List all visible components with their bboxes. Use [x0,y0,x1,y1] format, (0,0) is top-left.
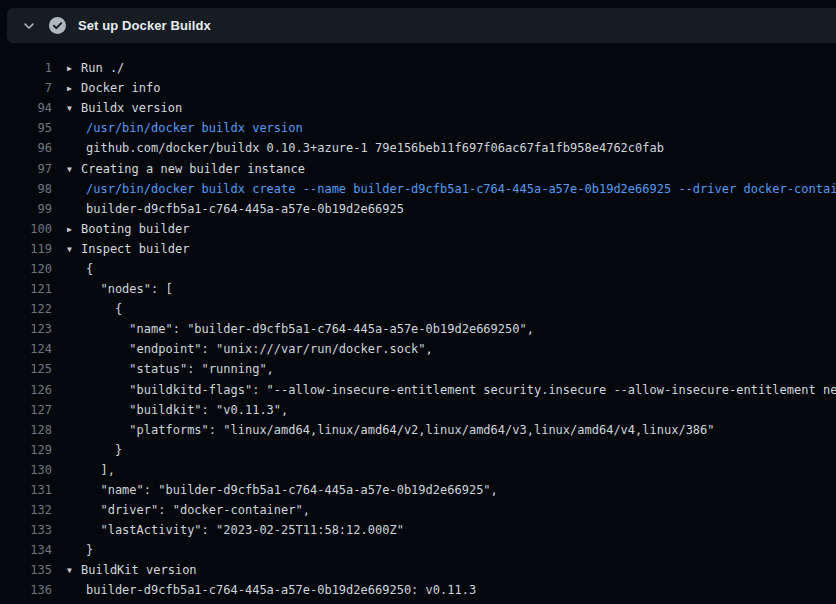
log-line: 123 "name": "builder-d9cfb5a1-c764-445a-… [0,319,836,339]
line-number[interactable]: 134 [0,543,52,557]
line-number[interactable]: 98 [0,182,52,196]
line-number[interactable]: 99 [0,202,52,216]
log-line: 129 } [0,440,836,460]
chevron-down-icon[interactable] [22,19,36,33]
line-number[interactable]: 127 [0,403,52,417]
log-output-text: github.com/docker/buildx 0.10.3+azure-1 … [67,141,664,155]
line-number[interactable]: 97 [0,162,52,176]
line-number[interactable]: 130 [0,463,52,477]
log-output-text: "buildkitd-flags": "--allow-insecure-ent… [67,383,836,397]
group-title: Buildx version [81,101,182,115]
line-number[interactable]: 135 [0,563,52,577]
line-number[interactable]: 122 [0,302,52,316]
group-title: BuildKit version [81,563,197,577]
group-title: Creating a new builder instance [81,162,305,176]
log-line: 130 ], [0,460,836,480]
log-line[interactable]: 94▼Buildx version [0,98,836,118]
log-line: 96github.com/docker/buildx 0.10.3+azure-… [0,138,836,158]
line-number[interactable]: 121 [0,282,52,296]
line-number[interactable]: 133 [0,523,52,537]
caret-right-icon[interactable]: ▶ [67,84,81,93]
group-title: Docker info [81,81,160,95]
log-output-text: builder-d9cfb5a1-c764-445a-a57e-0b19d2e6… [67,583,476,597]
caret-down-icon[interactable]: ▼ [67,245,81,254]
log-line[interactable]: 97▼Creating a new builder instance [0,158,836,178]
log-command-text: /usr/bin/docker buildx version [67,121,303,135]
step-header[interactable]: Set up Docker Buildx [7,8,836,43]
log-output-text: "buildkit": "v0.11.3", [67,403,288,417]
line-number[interactable]: 128 [0,423,52,437]
log-output-text: builder-d9cfb5a1-c764-445a-a57e-0b19d2e6… [67,202,404,216]
caret-down-icon[interactable]: ▼ [67,165,81,174]
log-output-text: ], [67,463,115,477]
log-line: 134} [0,540,836,560]
log-output-text: "lastActivity": "2023-02-25T11:58:12.000… [67,523,404,537]
log-line[interactable]: 7▶Docker info [0,78,836,98]
group-title: Booting builder [81,222,189,236]
line-number[interactable]: 100 [0,222,52,236]
log-line: 132 "driver": "docker-container", [0,500,836,520]
log-line: 122 { [0,299,836,319]
log-output-text: "endpoint": "unix:///var/run/docker.sock… [67,342,433,356]
line-number[interactable]: 120 [0,262,52,276]
line-number[interactable]: 132 [0,503,52,517]
log-line[interactable]: 119▼Inspect builder [0,239,836,259]
log-output-text: "platforms": "linux/amd64,linux/amd64/v2… [67,423,715,437]
log-line: 126 "buildkitd-flags": "--allow-insecure… [0,380,836,400]
log-output-text: "status": "running", [67,362,274,376]
caret-right-icon[interactable]: ▶ [67,64,81,73]
line-number[interactable]: 126 [0,383,52,397]
log-output-text: "driver": "docker-container", [67,503,310,517]
log-line: 120{ [0,259,836,279]
log-output-text: "nodes": [ [67,282,173,296]
log-line: 99builder-d9cfb5a1-c764-445a-a57e-0b19d2… [0,199,836,219]
log-output-text: { [67,302,122,316]
log-line[interactable]: 1▶Run ./ [0,58,836,78]
log-line: 133 "lastActivity": "2023-02-25T11:58:12… [0,520,836,540]
caret-down-icon[interactable]: ▼ [67,566,81,575]
line-number[interactable]: 136 [0,583,52,597]
line-number[interactable]: 124 [0,342,52,356]
caret-down-icon[interactable]: ▼ [67,104,81,113]
line-number[interactable]: 1 [0,61,52,75]
log-lines: 1▶Run ./7▶Docker info94▼Buildx version95… [0,43,836,604]
step-title: Set up Docker Buildx [78,18,211,33]
log-line: 128 "platforms": "linux/amd64,linux/amd6… [0,420,836,440]
log-line: 95/usr/bin/docker buildx version [0,118,836,138]
log-line: 121 "nodes": [ [0,279,836,299]
log-command-text: /usr/bin/docker buildx create --name bui… [67,182,836,196]
log-line: 124 "endpoint": "unix:///var/run/docker.… [0,339,836,359]
log-line[interactable]: 135▼BuildKit version [0,560,836,580]
line-number[interactable]: 7 [0,81,52,95]
log-line: 98/usr/bin/docker buildx create --name b… [0,179,836,199]
line-number[interactable]: 95 [0,121,52,135]
line-number[interactable]: 96 [0,141,52,155]
caret-right-icon[interactable]: ▶ [67,225,81,234]
log-line: 125 "status": "running", [0,359,836,379]
log-output-text: "name": "builder-d9cfb5a1-c764-445a-a57e… [67,322,534,336]
log-line[interactable]: 100▶Booting builder [0,219,836,239]
line-number[interactable]: 119 [0,242,52,256]
line-number[interactable]: 123 [0,322,52,336]
group-title: Run ./ [81,61,124,75]
log-output-text: } [67,443,122,457]
line-number[interactable]: 125 [0,362,52,376]
line-number[interactable]: 131 [0,483,52,497]
group-title: Inspect builder [81,242,189,256]
log-line: 127 "buildkit": "v0.11.3", [0,400,836,420]
log-output-text: "name": "builder-d9cfb5a1-c764-445a-a57e… [67,483,498,497]
log-output-text: } [67,543,93,557]
line-number[interactable]: 94 [0,101,52,115]
line-number[interactable]: 129 [0,443,52,457]
log-line: 131 "name": "builder-d9cfb5a1-c764-445a-… [0,480,836,500]
check-circle-icon [49,17,66,34]
log-line: 136builder-d9cfb5a1-c764-445a-a57e-0b19d… [0,580,836,600]
log-output-text: { [67,262,93,276]
